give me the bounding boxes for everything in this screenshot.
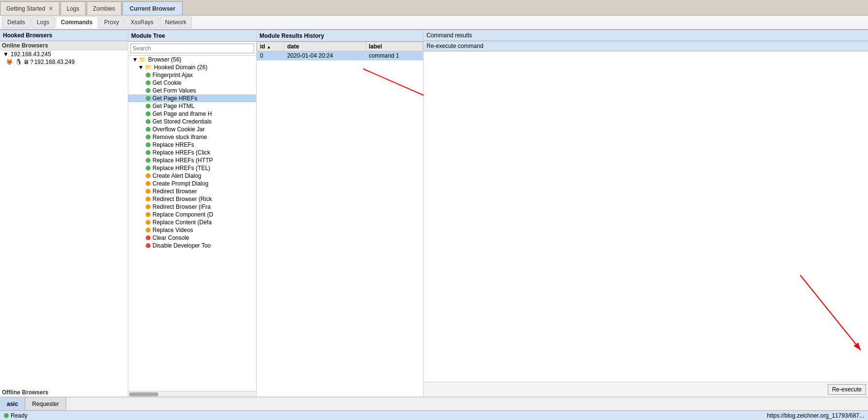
status-dot-green bbox=[146, 158, 151, 163]
status-dot-green bbox=[146, 88, 151, 93]
search-input[interactable] bbox=[130, 44, 254, 53]
tree-item-3[interactable]: Get Page HREFs bbox=[128, 94, 256, 102]
tree-item-10[interactable]: Replace HREFs (Click bbox=[128, 149, 256, 156]
tree-item-9[interactable]: Replace HREFs bbox=[128, 141, 256, 149]
status-dot-red bbox=[146, 235, 151, 240]
status-dot-green bbox=[146, 150, 151, 155]
monitor-icon: 🖥 bbox=[23, 59, 29, 65]
tab-zombies[interactable]: Zombies bbox=[87, 1, 122, 15]
module-tree-title: Module Tree bbox=[128, 30, 256, 42]
linux-icon: 🐧 bbox=[15, 59, 22, 65]
tree-item-5[interactable]: Get Page and iframe H bbox=[128, 110, 256, 118]
hooked-domain-node[interactable]: ▼ 📁 Hooked Domain (26) bbox=[128, 63, 256, 71]
status-dot-red bbox=[146, 243, 151, 248]
sort-arrow-icon: ▲ bbox=[267, 45, 271, 49]
ip-node[interactable]: 🦊 🐧 🖥 ? 192.168.43.249 bbox=[0, 58, 128, 66]
status-dot-orange bbox=[146, 197, 151, 202]
second-tab-bar: Details Logs Commands Proxy XssRays Netw… bbox=[0, 16, 868, 30]
tree-item-19[interactable]: Replace Content (Defa bbox=[128, 218, 256, 226]
tree-area: ▼ 📁 Browser (56) ▼ 📁 Hooked Domain (26) … bbox=[128, 56, 256, 391]
status-dot-green bbox=[146, 119, 151, 124]
status-dot-orange bbox=[146, 173, 151, 178]
help-icon: ? bbox=[30, 59, 33, 65]
table-row[interactable]: 0 2020-01-04 20:24 command 1 bbox=[257, 51, 423, 61]
close-getting-started[interactable]: ✕ bbox=[48, 5, 53, 12]
command-results-panel: Command results Re-execute command bbox=[424, 30, 868, 397]
status-dot-green bbox=[146, 127, 151, 132]
tab-commands[interactable]: Commands bbox=[56, 16, 98, 28]
tree-item-21[interactable]: Clear Console bbox=[128, 234, 256, 242]
status-url: https://blog.zeichner.org_11793/687... bbox=[767, 412, 864, 419]
tree-item-22[interactable]: Disable Developer Too bbox=[128, 242, 256, 249]
cell-id: 0 bbox=[257, 51, 284, 61]
tree-item-15[interactable]: Redirect Browser bbox=[128, 187, 256, 195]
tree-item-16[interactable]: Redirect Browser (Rick bbox=[128, 195, 256, 203]
tab-details[interactable]: Details bbox=[2, 16, 30, 28]
offline-browsers-label: Offline Browsers bbox=[0, 388, 128, 397]
results-table: id ▲ date label bbox=[257, 42, 423, 397]
tab-proxy[interactable]: Proxy bbox=[99, 16, 124, 28]
command-body bbox=[424, 51, 868, 382]
tab-logs[interactable]: Logs bbox=[31, 16, 55, 28]
tree-item-8[interactable]: Remove stuck iframe bbox=[128, 133, 256, 141]
tab-xssrays[interactable]: XssRays bbox=[125, 16, 159, 28]
tab-network[interactable]: Network bbox=[160, 16, 192, 28]
status-dot-orange bbox=[146, 228, 151, 233]
top-tab-bar: Getting Started ✕ Logs Zombies Current B… bbox=[0, 0, 868, 16]
folder-icon: 📁 bbox=[139, 56, 146, 63]
tree-item-4[interactable]: Get Page HTML bbox=[128, 102, 256, 110]
status-dot-orange bbox=[146, 212, 151, 217]
status-dot-green bbox=[146, 135, 151, 140]
col-label[interactable]: label bbox=[365, 42, 423, 51]
tree-item-17[interactable]: Redirect Browser (iFra bbox=[128, 203, 256, 211]
tree-expand-icon: ▼ bbox=[132, 56, 138, 63]
tree-item-13[interactable]: Create Alert Dialog bbox=[128, 172, 256, 180]
tree-item-18[interactable]: Replace Component (D bbox=[128, 211, 256, 218]
tree-item-20[interactable]: Replace Videos bbox=[128, 226, 256, 234]
sidebar-title: Hooked Browsers bbox=[0, 30, 128, 41]
tree-item-1[interactable]: Get Cookie bbox=[128, 79, 256, 87]
status-dot-green bbox=[146, 96, 151, 101]
svg-line-3 bbox=[800, 275, 861, 350]
tree-item-2[interactable]: Get Form Values bbox=[128, 87, 256, 94]
tree-item-14[interactable]: Create Prompt Dialog bbox=[128, 180, 256, 187]
re-execute-row: Re-execute command bbox=[424, 41, 868, 51]
sidebar: Hooked Browsers Online Browsers ▼ 192.16… bbox=[0, 30, 128, 397]
browser-node-ip1[interactable]: ▼ 192.168.43.245 bbox=[0, 50, 128, 58]
tree-item-12[interactable]: Replace HREFs (TEL) bbox=[128, 164, 256, 172]
col-date[interactable]: date bbox=[284, 42, 365, 51]
module-tree-panel: Module Tree ▼ 📁 Browser (56) ▼ 📁 H bbox=[128, 30, 257, 397]
bottom-tab-asic[interactable]: asic bbox=[0, 397, 25, 410]
col-id[interactable]: id ▲ bbox=[257, 42, 284, 51]
ready-indicator: Ready bbox=[4, 412, 28, 419]
firefox-icon: 🦊 bbox=[6, 59, 13, 65]
tree-arrow-icon: ▼ bbox=[3, 51, 9, 58]
tab-current-browser[interactable]: Current Browser bbox=[122, 1, 183, 15]
tab-getting-started[interactable]: Getting Started ✕ bbox=[0, 1, 60, 15]
results-history-panel: Module Results History id ▲ date bbox=[257, 30, 424, 397]
status-dot-green bbox=[146, 142, 151, 147]
command-results-title: Command results bbox=[424, 30, 868, 41]
status-dot-green bbox=[146, 166, 151, 171]
tab-logs[interactable]: Logs bbox=[61, 1, 86, 15]
status-dot-green bbox=[146, 73, 151, 78]
status-dot-orange bbox=[146, 181, 151, 186]
cell-date: 2020-01-04 20:24 bbox=[284, 51, 365, 61]
tree-expand-icon2: ▼ bbox=[138, 64, 144, 71]
status-dot-green bbox=[146, 104, 151, 109]
status-dot-orange bbox=[146, 189, 151, 194]
re-execute-button[interactable]: Re-execute bbox=[828, 384, 866, 395]
status-dot-orange bbox=[146, 204, 151, 209]
tree-item-6[interactable]: Get Stored Credentials bbox=[128, 118, 256, 125]
tree-horizontal-scrollbar[interactable] bbox=[128, 391, 256, 397]
search-box bbox=[128, 42, 256, 56]
bottom-tab-requester[interactable]: Requester bbox=[25, 397, 66, 410]
tree-item-11[interactable]: Replace HREFs (HTTP bbox=[128, 156, 256, 164]
tree-item-7[interactable]: Overflow Cookie Jar bbox=[128, 125, 256, 133]
browser-tree-node[interactable]: ▼ 📁 Browser (56) bbox=[128, 56, 256, 63]
online-browsers-label: Online Browsers bbox=[0, 41, 128, 50]
tree-item-0[interactable]: Fingerprint Ajax bbox=[128, 71, 256, 79]
scroll-thumb[interactable] bbox=[129, 392, 158, 396]
bottom-tab-bar: asic Requester bbox=[0, 397, 868, 410]
cell-label: command 1 bbox=[365, 51, 423, 61]
